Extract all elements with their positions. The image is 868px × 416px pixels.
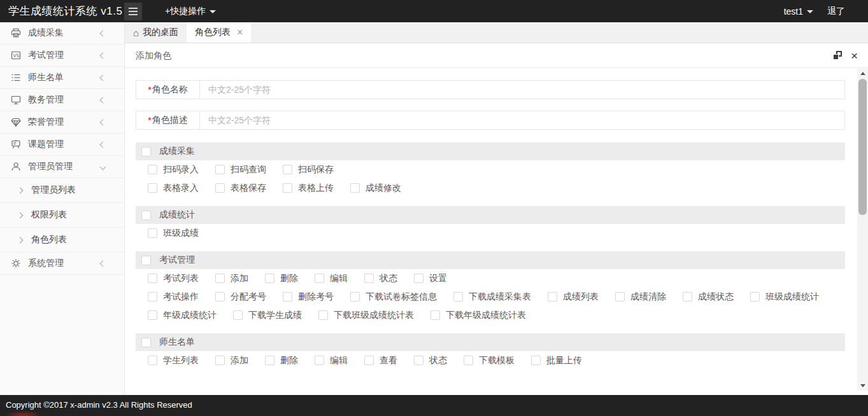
tab-desktop[interactable]: ⌂我的桌面 <box>125 22 187 43</box>
permission-item[interactable]: 表格保存 <box>215 183 266 194</box>
permission-checkbox[interactable] <box>364 274 374 283</box>
permission-checkbox[interactable] <box>350 292 360 302</box>
permission-checkbox[interactable] <box>148 292 157 302</box>
permission-item[interactable]: 编辑 <box>315 355 348 366</box>
permission-checkbox[interactable] <box>215 356 225 365</box>
permission-checkbox[interactable] <box>414 274 423 283</box>
role-desc-input[interactable] <box>200 111 844 129</box>
user-menu-dropdown[interactable]: test1 <box>784 6 813 17</box>
sidebar-item-honor-manage[interactable]: 荣誉管理 <box>0 111 124 134</box>
permission-checkbox[interactable] <box>215 274 225 283</box>
scrollbar-down-arrow-icon[interactable] <box>857 381 868 391</box>
permission-item[interactable]: 下载成绩采集表 <box>453 291 531 303</box>
permission-item[interactable]: 学生列表 <box>148 355 199 366</box>
sidebar-item-score-collect[interactable]: 成绩采集 <box>0 22 124 45</box>
restore-icon[interactable] <box>833 51 842 60</box>
sidebar-item-admin-manage[interactable]: 管理员管理 <box>0 156 124 178</box>
permission-item[interactable]: 查看 <box>364 355 397 366</box>
permission-item[interactable]: 扫码查询 <box>215 164 266 176</box>
permission-item[interactable]: 下载班级成绩统计表 <box>318 310 414 321</box>
sidebar-subitem-permission-list[interactable]: 权限列表 <box>0 203 124 228</box>
permission-item[interactable]: 考试操作 <box>148 291 199 303</box>
permission-checkbox[interactable] <box>148 183 157 193</box>
permission-item[interactable]: 添加 <box>215 273 248 284</box>
sidebar-subitem-role-list[interactable]: 角色列表 <box>0 228 124 253</box>
permission-checkbox[interactable] <box>148 356 157 365</box>
permission-item[interactable]: 成绩列表 <box>548 291 599 303</box>
group-checkbox[interactable] <box>141 256 151 265</box>
permission-item[interactable]: 下载试卷标签信息 <box>350 291 437 303</box>
permission-checkbox[interactable] <box>464 356 473 365</box>
permission-checkbox[interactable] <box>615 292 625 302</box>
permission-checkbox[interactable] <box>683 292 692 302</box>
sidebar-toggle-button[interactable] <box>124 3 142 20</box>
permission-checkbox[interactable] <box>318 310 328 320</box>
permission-item[interactable]: 表格录入 <box>148 183 199 194</box>
permission-item[interactable]: 删除 <box>265 355 298 366</box>
permission-checkbox[interactable] <box>148 310 157 320</box>
permission-checkbox[interactable] <box>148 165 157 174</box>
permission-checkbox[interactable] <box>283 165 292 174</box>
sidebar-item-project-manage[interactable]: 课题管理 <box>0 134 124 156</box>
scrollbar-up-arrow-icon[interactable] <box>857 69 868 78</box>
permission-checkbox[interactable] <box>283 183 292 193</box>
tab-role-list[interactable]: 角色列表× <box>187 22 251 43</box>
permission-checkbox[interactable] <box>364 356 374 365</box>
permission-item[interactable]: 成绩清除 <box>615 291 666 303</box>
permission-checkbox[interactable] <box>148 274 157 283</box>
permission-item[interactable]: 批量上传 <box>531 355 582 366</box>
permission-checkbox[interactable] <box>265 356 274 365</box>
permission-item[interactable]: 班级成绩 <box>148 228 199 239</box>
group-checkbox[interactable] <box>141 338 151 347</box>
permission-item[interactable]: 下载年级成绩统计表 <box>430 310 526 321</box>
sidebar-item-academic-manage[interactable]: 教务管理 <box>0 89 124 111</box>
permission-item[interactable]: 年级成绩统计 <box>148 310 217 321</box>
group-checkbox[interactable] <box>141 147 151 156</box>
permission-item[interactable]: 分配考号 <box>215 291 266 303</box>
permission-item[interactable]: 下载学生成绩 <box>233 310 302 321</box>
permission-item[interactable]: 状态 <box>414 355 447 366</box>
group-checkbox[interactable] <box>141 211 151 220</box>
permission-checkbox[interactable] <box>215 165 225 174</box>
permission-item[interactable]: 成绩修改 <box>350 183 401 194</box>
permission-item[interactable]: 下载模板 <box>464 355 515 366</box>
permission-checkbox[interactable] <box>283 292 292 302</box>
permission-checkbox[interactable] <box>265 274 274 283</box>
permission-checkbox[interactable] <box>148 228 157 238</box>
sidebar-item-roster[interactable]: 师生名单 <box>0 67 124 89</box>
permission-item[interactable]: 班级成绩统计 <box>750 291 819 303</box>
permission-checkbox[interactable] <box>315 274 324 283</box>
scrollbar-thumb[interactable] <box>858 79 867 215</box>
permission-item[interactable]: 删除 <box>265 273 298 284</box>
permission-checkbox[interactable] <box>233 310 243 320</box>
permission-item[interactable]: 扫码保存 <box>283 164 334 176</box>
close-icon[interactable]: × <box>851 50 858 62</box>
permission-item[interactable]: 成绩状态 <box>683 291 734 303</box>
permission-checkbox[interactable] <box>215 183 225 193</box>
sidebar-item-exam-manage[interactable]: VS考试管理 <box>0 45 124 67</box>
permission-checkbox[interactable] <box>315 356 324 365</box>
quick-actions-dropdown[interactable]: +快捷操作 <box>165 6 216 17</box>
permission-checkbox[interactable] <box>548 292 557 302</box>
permission-checkbox[interactable] <box>215 292 225 302</box>
permission-item[interactable]: 添加 <box>215 355 248 366</box>
permission-checkbox[interactable] <box>531 356 541 365</box>
sidebar-item-system-manage[interactable]: 系统管理 <box>0 253 124 275</box>
permission-checkbox[interactable] <box>750 292 760 302</box>
permission-checkbox[interactable] <box>350 183 360 193</box>
permission-item[interactable]: 考试列表 <box>148 273 199 284</box>
tab-close-icon[interactable]: × <box>237 27 243 38</box>
vertical-scrollbar[interactable] <box>857 69 868 391</box>
permission-item[interactable]: 表格上传 <box>283 183 334 194</box>
permission-item[interactable]: 删除考号 <box>283 291 334 303</box>
permission-item[interactable]: 状态 <box>364 273 397 284</box>
permission-checkbox[interactable] <box>453 292 463 302</box>
permission-item[interactable]: 扫码录入 <box>148 164 199 176</box>
sidebar-subitem-admin-list[interactable]: 管理员列表 <box>0 178 124 203</box>
permission-checkbox[interactable] <box>414 356 423 365</box>
permission-checkbox[interactable] <box>430 310 440 320</box>
role-name-input[interactable] <box>200 81 844 99</box>
logout-link[interactable]: 退了 <box>827 6 845 17</box>
permission-item[interactable]: 编辑 <box>315 273 348 284</box>
permission-item[interactable]: 设置 <box>414 273 447 284</box>
